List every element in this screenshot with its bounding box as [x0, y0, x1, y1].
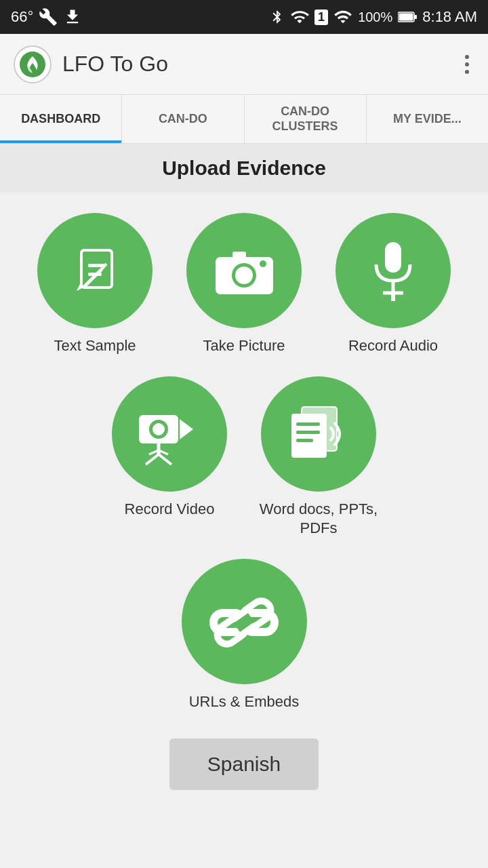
app-bar: LFO To Go [0, 34, 488, 95]
overflow-dot-1 [465, 55, 469, 59]
record-video-label: Record Video [125, 500, 215, 519]
text-sample-button[interactable]: Text Sample [34, 213, 156, 356]
svg-rect-8 [88, 264, 105, 267]
svg-rect-32 [296, 439, 313, 442]
word-docs-icon-circle [261, 376, 376, 492]
clock: 8:18 AM [422, 8, 477, 26]
take-picture-label: Take Picture [203, 336, 285, 356]
page-title: Upload Evidence [162, 157, 326, 180]
upload-row-1: Text Sample Take Picture [34, 213, 454, 356]
status-bar: 66° 1 100% 8:18 AM [0, 0, 488, 34]
download-icon [63, 7, 82, 26]
word-docs-button[interactable]: Word docs, PPTs, PDFs [258, 376, 380, 538]
tab-dashboard[interactable]: DASHBOARD [0, 95, 122, 143]
svg-rect-9 [88, 273, 102, 276]
upload-row-3: URLs & Embeds [183, 559, 305, 712]
text-sample-icon-circle [37, 213, 152, 328]
tab-bar: DASHBOARD CAN-DO CAN-DO CLUSTERS MY EVID… [0, 95, 488, 144]
svg-rect-29 [291, 414, 327, 458]
svg-line-24 [159, 454, 171, 465]
svg-rect-15 [385, 242, 401, 273]
content-area: Text Sample Take Picture [0, 193, 488, 810]
overflow-menu-button[interactable] [460, 50, 474, 79]
tab-can-do-clusters[interactable]: CAN-DO CLUSTERS [245, 95, 367, 143]
svg-point-3 [20, 52, 45, 77]
page-title-bar: Upload Evidence [0, 144, 488, 193]
app-bar-left: LFO To Go [14, 45, 168, 83]
status-left: 66° [11, 7, 82, 26]
record-video-icon-circle [112, 376, 227, 492]
record-audio-icon-circle [336, 213, 451, 328]
microphone-icon [366, 239, 420, 303]
tab-can-do[interactable]: CAN-DO [122, 95, 244, 143]
overflow-dot-3 [465, 70, 469, 74]
wrench-icon [39, 7, 58, 26]
word-docs-label: Word docs, PPTs, PDFs [258, 500, 380, 538]
urls-embeds-button[interactable]: URLs & Embeds [183, 559, 305, 712]
text-icon [64, 240, 125, 301]
svg-rect-31 [296, 431, 320, 434]
signal-icon [333, 7, 352, 26]
svg-rect-1 [399, 14, 413, 21]
battery-icon [398, 11, 417, 23]
svg-rect-18 [391, 294, 395, 301]
tab-my-evidence[interactable]: MY EVIDE... [367, 95, 488, 143]
document-icon [281, 400, 356, 468]
svg-rect-13 [232, 252, 246, 260]
svg-line-23 [146, 454, 159, 465]
urls-embeds-icon-circle [182, 559, 307, 684]
battery-level: 100% [358, 9, 392, 25]
svg-rect-2 [414, 15, 417, 19]
overflow-dot-2 [465, 62, 469, 66]
svg-point-12 [235, 267, 253, 284]
svg-line-5 [83, 269, 102, 288]
record-audio-button[interactable]: Record Audio [332, 213, 454, 356]
link-icon [207, 587, 281, 655]
svg-point-14 [260, 260, 266, 267]
svg-rect-4 [81, 250, 112, 288]
take-picture-icon-circle [186, 213, 302, 328]
wifi-icon [290, 7, 309, 26]
app-logo [14, 45, 52, 83]
video-icon [132, 400, 207, 468]
svg-marker-27 [180, 419, 193, 439]
status-right: 1 100% 8:18 AM [270, 7, 477, 26]
spanish-button[interactable]: Spanish [169, 738, 319, 790]
bluetooth-icon [270, 9, 285, 24]
record-audio-label: Record Audio [348, 336, 438, 356]
upload-row-2: Record Video Word docs, PPTs, PDFs [108, 376, 380, 538]
temperature: 66° [11, 8, 33, 26]
app-title: LFO To Go [62, 52, 168, 77]
svg-rect-30 [296, 422, 320, 426]
text-sample-label: Text Sample [54, 336, 136, 356]
record-video-button[interactable]: Record Video [108, 376, 230, 519]
camera-icon [212, 243, 277, 298]
network-badge: 1 [314, 9, 328, 25]
urls-embeds-label: URLs & Embeds [189, 692, 300, 712]
take-picture-button[interactable]: Take Picture [183, 213, 305, 356]
svg-point-21 [152, 423, 165, 435]
